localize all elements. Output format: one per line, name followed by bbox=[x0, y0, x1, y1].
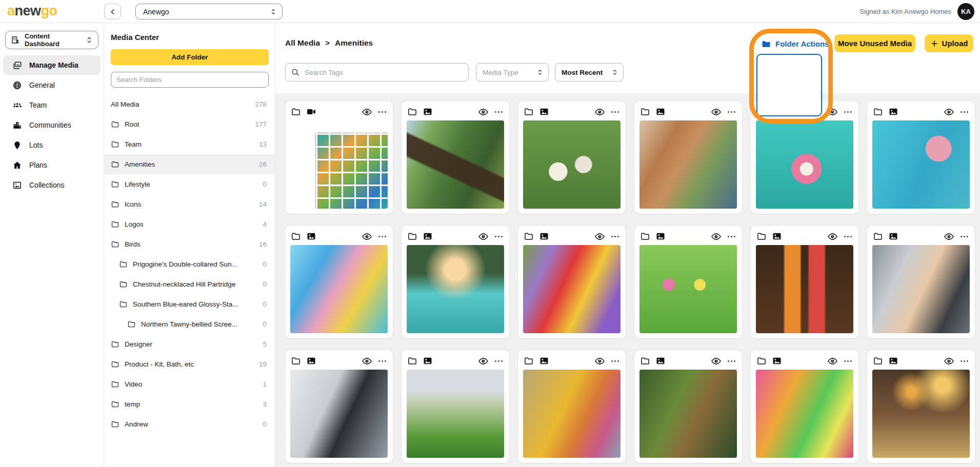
folder-item-lifestyle[interactable]: Lifestyle 0 bbox=[104, 174, 275, 194]
dogs-playing-tug-thumbnail[interactable] bbox=[523, 120, 621, 209]
folder-item-root[interactable]: Root 177 bbox=[104, 114, 275, 134]
media-card-pool-donut-float[interactable] bbox=[751, 101, 858, 214]
sidebar-item-plans[interactable]: Plans bbox=[3, 155, 101, 175]
folder-item-logos[interactable]: Logos 4 bbox=[104, 214, 275, 234]
preview-eye-icon[interactable] bbox=[944, 107, 954, 117]
card-menu-icon[interactable] bbox=[610, 232, 620, 241]
move-unused-media-button[interactable]: Move Unused Media bbox=[834, 34, 915, 52]
card-menu-icon[interactable] bbox=[494, 232, 504, 241]
preview-eye-icon[interactable] bbox=[594, 356, 605, 367]
waterslide-girl-thumbnail[interactable] bbox=[290, 245, 388, 333]
media-card-playground-swing-child[interactable] bbox=[518, 226, 626, 338]
media-card-shopping-woman-bags[interactable] bbox=[518, 350, 626, 463]
menu-item-add-sub-folder[interactable] bbox=[757, 77, 821, 95]
card-menu-icon[interactable] bbox=[959, 107, 969, 117]
media-card-dinner-table-outdoor[interactable] bbox=[867, 350, 975, 463]
sidebar-item-lots[interactable]: Lots bbox=[3, 135, 101, 155]
folder-item-prigogine-s-double-collared-sun[interactable]: Prigogine's Double-collared Sun... 0 bbox=[104, 254, 275, 274]
dinner-table-outdoor-thumbnail[interactable] bbox=[872, 370, 970, 458]
media-card-waterslide-girl[interactable] bbox=[285, 226, 393, 338]
folder-item-southern-blue-eared-glossy-sta[interactable]: Southern Blue-eared Glossy-Sta... 0 bbox=[104, 294, 275, 314]
user-avatar[interactable]: KA bbox=[957, 3, 974, 20]
folder-item-team[interactable]: Team 13 bbox=[104, 134, 275, 154]
pool-mom-child-thumbnail[interactable] bbox=[872, 120, 970, 209]
media-card-cocktails[interactable] bbox=[751, 226, 858, 338]
kids-soccer-thumbnail[interactable] bbox=[639, 245, 737, 333]
media-card-dogs-playing-tug[interactable] bbox=[518, 101, 626, 214]
card-menu-icon[interactable] bbox=[610, 356, 620, 366]
pool-donut-float-thumbnail[interactable] bbox=[756, 120, 853, 209]
menu-item-rename[interactable] bbox=[757, 59, 821, 77]
breadcrumb-root[interactable]: All Media bbox=[285, 38, 320, 48]
preview-eye-icon[interactable] bbox=[362, 107, 372, 117]
preview-eye-icon[interactable] bbox=[478, 231, 489, 242]
preview-eye-icon[interactable] bbox=[711, 356, 722, 367]
folder-item-video[interactable]: Video 1 bbox=[104, 374, 275, 394]
card-menu-icon[interactable] bbox=[377, 356, 387, 366]
shopping-women-laughing-thumbnail[interactable] bbox=[756, 370, 853, 458]
card-menu-icon[interactable] bbox=[377, 232, 387, 241]
preview-eye-icon[interactable] bbox=[478, 356, 489, 367]
media-card-pool-mom-child[interactable] bbox=[867, 101, 975, 214]
folder-item-designer[interactable]: Designer 5 bbox=[104, 334, 275, 354]
preview-eye-icon[interactable] bbox=[594, 231, 605, 242]
media-card-gym-man-machine[interactable] bbox=[285, 350, 393, 463]
folder-item-icons[interactable]: Icons 14 bbox=[104, 194, 275, 214]
media-card-friends-group[interactable] bbox=[634, 101, 742, 214]
gym-plank-woman-thumbnail[interactable] bbox=[872, 245, 970, 333]
preview-eye-icon[interactable] bbox=[944, 356, 954, 367]
card-menu-icon[interactable] bbox=[494, 356, 504, 366]
media-type-select[interactable]: Media Type bbox=[476, 63, 549, 82]
preview-eye-icon[interactable] bbox=[478, 107, 489, 117]
preview-eye-icon[interactable] bbox=[362, 231, 372, 242]
media-card-media-center-video[interactable] bbox=[285, 101, 393, 214]
folder-item-northern-tawny-bellied-scree[interactable]: Northern Tawny-bellied Scree... 0 bbox=[104, 314, 275, 334]
playground-swing-child-thumbnail[interactable] bbox=[523, 245, 621, 333]
hot-tub-feet-thumbnail[interactable] bbox=[407, 245, 504, 333]
gym-man-machine-thumbnail[interactable] bbox=[290, 370, 388, 458]
boardwalk-trail-thumbnail[interactable] bbox=[407, 120, 504, 209]
card-menu-icon[interactable] bbox=[727, 232, 736, 241]
add-folder-button[interactable]: Add Folder bbox=[111, 49, 269, 65]
folder-item-andrew[interactable]: Andrew 0 bbox=[104, 414, 275, 434]
sidebar-collapse-button[interactable] bbox=[104, 4, 121, 19]
preview-eye-icon[interactable] bbox=[827, 107, 838, 117]
folder-item-amenities[interactable]: Amenities 26 bbox=[104, 154, 275, 174]
card-menu-icon[interactable] bbox=[959, 356, 969, 366]
card-menu-icon[interactable] bbox=[727, 107, 736, 117]
media-card-market-senior-couple[interactable] bbox=[402, 350, 509, 463]
media-card-stream-hiking[interactable] bbox=[634, 350, 742, 463]
card-menu-icon[interactable] bbox=[610, 107, 620, 117]
sort-select[interactable]: Most Recent bbox=[555, 63, 624, 82]
shopping-woman-bags-thumbnail[interactable] bbox=[523, 370, 621, 458]
preview-eye-icon[interactable] bbox=[711, 231, 722, 242]
media-card-gym-plank-woman[interactable] bbox=[867, 226, 975, 338]
media-card-hot-tub-feet[interactable] bbox=[402, 226, 509, 338]
folder-actions-button[interactable]: Folder Actions bbox=[761, 37, 829, 51]
folder-item-temp[interactable]: temp 3 bbox=[104, 394, 275, 414]
card-menu-icon[interactable] bbox=[843, 356, 853, 366]
cocktails-thumbnail[interactable] bbox=[756, 245, 853, 333]
media-card-kids-soccer[interactable] bbox=[634, 226, 742, 338]
stream-hiking-thumbnail[interactable] bbox=[639, 370, 737, 458]
folder-search-input[interactable] bbox=[111, 72, 269, 88]
preview-eye-icon[interactable] bbox=[711, 107, 722, 117]
friends-group-thumbnail[interactable] bbox=[639, 120, 737, 209]
media-card-shopping-women-laughing[interactable] bbox=[751, 350, 858, 463]
sidebar-item-team[interactable]: Team bbox=[3, 95, 101, 115]
menu-item-delete[interactable] bbox=[757, 95, 821, 113]
folder-item-chestnut-necklaced-hill-partridge[interactable]: Chestnut-necklaced Hill Partridge 0 bbox=[104, 274, 275, 294]
sidebar-item-communities[interactable]: Communities bbox=[3, 115, 101, 135]
media-center-video-thumbnail[interactable] bbox=[290, 120, 388, 209]
card-menu-icon[interactable] bbox=[959, 232, 969, 241]
folder-item-product-kit-bath-etc[interactable]: Product - Kit, Bath, etc 19 bbox=[104, 354, 275, 374]
preview-eye-icon[interactable] bbox=[944, 231, 954, 242]
folder-item-all-media[interactable]: All Media 278 bbox=[104, 94, 275, 114]
dashboard-select[interactable]: Content Dashboard bbox=[5, 31, 98, 49]
preview-eye-icon[interactable] bbox=[827, 356, 838, 367]
sidebar-item-general[interactable]: General bbox=[3, 75, 101, 95]
sidebar-item-collections[interactable]: Collections bbox=[3, 175, 101, 195]
search-tags-input[interactable] bbox=[305, 69, 463, 76]
preview-eye-icon[interactable] bbox=[362, 356, 372, 367]
media-card-boardwalk-trail[interactable] bbox=[402, 101, 509, 214]
